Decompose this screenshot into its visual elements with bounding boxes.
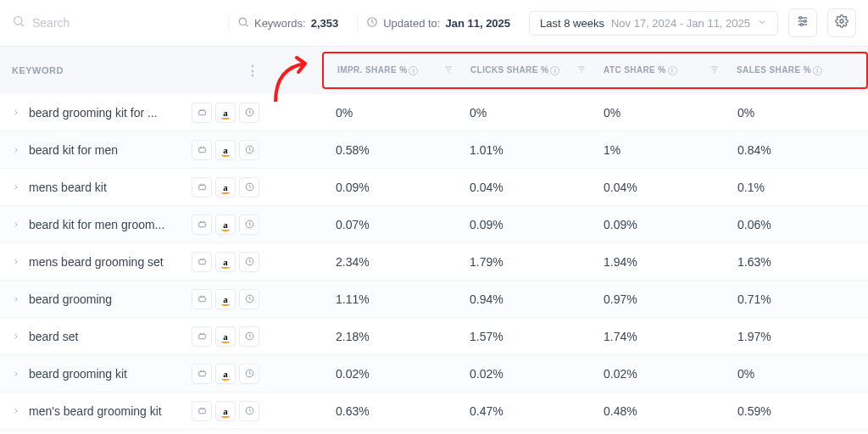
clicks-share-cell: 0.94% [461,292,595,306]
filter-icon[interactable] [576,64,587,76]
history-button[interactable] [239,214,259,235]
history-button[interactable] [239,289,259,309]
metric-cells: 0.63% 0.47% 0.48% 0.59% [322,404,868,418]
cerebro-button[interactable] [192,177,212,198]
history-button[interactable] [239,103,259,123]
history-button[interactable] [239,364,259,384]
history-button[interactable] [239,252,259,272]
metric-cells: 2.18% 1.57% 1.74% 1.97% [322,330,868,343]
keywords-label: Keywords: [254,17,306,30]
impr-share-cell: 0.58% [327,143,461,157]
sales-share-cell: 0.06% [729,218,863,231]
more-icon[interactable]: ⋮ [246,63,260,79]
column-header-atc-share[interactable]: ATC Share %i [595,64,728,76]
table-row: beard grooming a 1.11% 0.94% 0.97% 0.71% [0,281,868,318]
chevron-right-icon[interactable] [12,329,20,344]
keyword-text[interactable]: beard kit for men [29,143,183,157]
keyword-actions: a [192,401,259,421]
atc-share-cell: 0.97% [595,292,729,306]
column-header-impr-share[interactable]: Impr. Share %i [329,64,462,76]
keyword-text[interactable]: beard grooming kit [29,367,183,381]
metric-cells: 0.58% 1.01% 1% 0.84% [322,143,868,157]
table-row: beard grooming kit a 0.02% 0.02% 0.02% 0… [0,355,868,392]
impr-share-cell: 1.11% [327,292,461,306]
atc-share-cell: 1.94% [595,255,729,269]
amazon-button[interactable]: a [215,177,236,198]
amazon-button[interactable]: a [215,140,236,160]
keyword-text[interactable]: beard grooming kit for ... [29,106,183,120]
settings-button[interactable] [827,8,856,37]
amazon-button[interactable]: a [215,401,236,421]
keyword-actions: a [192,289,259,309]
atc-share-cell: 0% [595,106,729,120]
column-header-sales-share[interactable]: Sales Share %i [728,65,861,75]
info-icon[interactable]: i [409,66,418,75]
sliders-button[interactable] [788,8,817,37]
impr-share-cell: 0.09% [327,181,461,194]
gear-icon [835,14,849,31]
keyword-cell: beard grooming a [0,289,271,309]
chevron-right-icon[interactable] [12,403,20,419]
amazon-button[interactable]: a [215,252,236,272]
keyword-text[interactable]: beard grooming [29,292,183,306]
highlighted-metric-headers: Impr. Share %i Clicks Share %i ATC Share… [322,52,868,89]
chevron-right-icon[interactable] [12,217,20,232]
updated-date: Updated to: Jan 11, 2025 [357,16,519,31]
keyword-text[interactable]: mens beard grooming set [29,255,183,269]
keyword-actions: a [192,103,259,123]
amazon-button[interactable]: a [215,364,236,384]
chevron-right-icon[interactable] [12,180,20,195]
filter-icon[interactable] [709,64,720,76]
info-icon[interactable]: i [668,66,677,75]
amazon-button[interactable]: a [215,326,236,347]
atc-share-cell: 0.48% [595,404,729,418]
range-dates: Nov 17, 2024 - Jan 11, 2025 [611,17,750,30]
sales-share-cell: 1.97% [729,330,863,343]
info-icon[interactable]: i [813,66,822,75]
history-button[interactable] [239,140,259,160]
amazon-button[interactable]: a [215,103,236,123]
chevron-right-icon[interactable] [12,254,20,270]
cerebro-button[interactable] [192,252,212,272]
search-icon [237,16,249,31]
column-label: Sales Share % [737,65,811,75]
cerebro-button[interactable] [192,214,212,235]
keyword-cell: beard set a [0,326,271,347]
history-button[interactable] [239,326,259,347]
column-header-keyword[interactable]: Keyword ⋮ [0,63,271,79]
amazon-button[interactable]: a [215,214,236,235]
impr-share-cell: 2.18% [327,330,461,343]
keyword-text[interactable]: beard kit for men groom... [29,218,183,231]
impr-share-cell: 0% [327,106,461,120]
history-button[interactable] [239,401,259,421]
keyword-text[interactable]: mens beard kit [29,181,183,194]
cerebro-button[interactable] [192,326,212,347]
table-row: beard set a 2.18% 1.57% 1.74% 1.97% [0,318,868,355]
search-input[interactable] [32,16,134,30]
updated-label: Updated to: [383,17,440,30]
column-header-clicks-share[interactable]: Clicks Share %i [462,64,595,76]
keyword-text[interactable]: beard set [29,330,183,343]
chevron-right-icon[interactable] [12,292,20,307]
table-header: Keyword ⋮ Impr. Share %i Clicks Share %i… [0,47,868,94]
keyword-actions: a [192,214,259,235]
cerebro-button[interactable] [192,364,212,384]
cerebro-button[interactable] [192,289,212,309]
keyword-text[interactable]: men's beard grooming kit [29,404,183,418]
svg-rect-33 [198,222,205,226]
amazon-button[interactable]: a [215,289,236,309]
info-icon[interactable]: i [550,66,559,75]
cerebro-button[interactable] [192,401,212,421]
chevron-right-icon[interactable] [12,142,20,158]
filter-icon[interactable] [443,64,453,76]
table-body: beard grooming kit for ... a 0% 0% 0% 0%… [0,94,868,430]
keyword-cell: beard grooming kit a [0,364,271,384]
cerebro-button[interactable] [192,140,212,160]
sales-share-cell: 0.59% [729,404,863,418]
history-button[interactable] [239,177,259,198]
clicks-share-cell: 1.57% [461,330,595,343]
chevron-right-icon[interactable] [12,366,20,381]
date-range-button[interactable]: Last 8 weeks Nov 17, 2024 - Jan 11, 2025 [529,11,778,36]
chevron-right-icon[interactable] [12,105,20,120]
cerebro-button[interactable] [192,103,212,123]
